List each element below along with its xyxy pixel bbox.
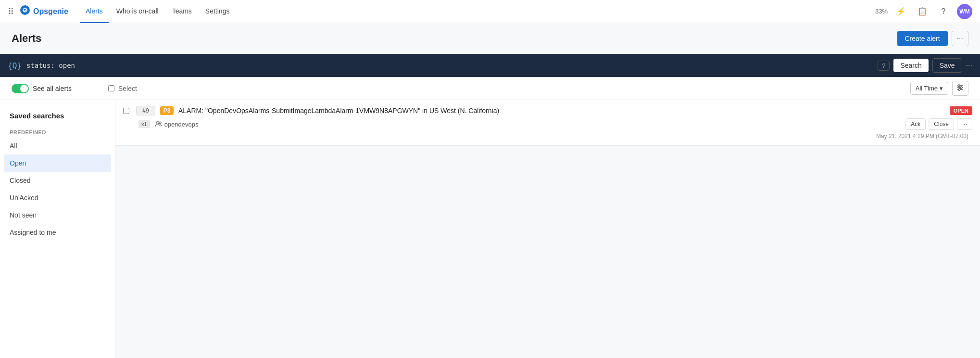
nav-item-settings[interactable]: Settings (200, 0, 236, 23)
logo[interactable]: Opsgenie (20, 5, 68, 18)
select-label: Select (118, 85, 137, 92)
priority-badge: P3 (160, 106, 174, 115)
alert-checkbox[interactable] (123, 108, 129, 114)
alert-list: #9 P3 ALARM: "OpenDevOpsAlarms-SubmitIma… (115, 100, 980, 358)
logo-text: Opsgenie (33, 7, 68, 16)
nav-item-alerts[interactable]: Alerts (80, 0, 109, 23)
svg-point-7 (958, 89, 960, 90)
alert-team: opendevops (155, 120, 199, 128)
search-more-button[interactable]: ··· (966, 61, 972, 70)
header-more-button[interactable]: ··· (952, 31, 968, 46)
filter-icon (956, 84, 964, 91)
page-title: Alerts (12, 32, 41, 45)
team-name: opendevops (164, 121, 199, 128)
avatar[interactable]: WM (957, 4, 972, 19)
select-checkbox[interactable] (108, 85, 114, 91)
search-input[interactable] (26, 62, 878, 69)
sidebar-item-not-seen[interactable]: Not seen (0, 206, 115, 224)
nav-right: 33% ⚡ 📋 ? WM (875, 4, 972, 19)
create-alert-button[interactable]: Create alert (897, 31, 948, 46)
alert-row-secondary: x1 opendevops Ack Close ··· (123, 118, 972, 130)
header-actions: Create alert ··· (897, 31, 969, 46)
clipboard-icon-btn[interactable]: 📋 (915, 4, 930, 19)
table-row: #9 P3 ALARM: "OpenDevOpsAlarms-SubmitIma… (115, 100, 980, 146)
svg-point-6 (960, 87, 962, 89)
svg-point-0 (20, 5, 30, 15)
lightning-icon-btn[interactable]: ⚡ (893, 4, 909, 19)
svg-point-8 (156, 122, 159, 124)
search-help-button[interactable]: ? (878, 61, 890, 71)
search-button[interactable]: Search (893, 59, 928, 72)
filter-controls: See all alerts Select All Time ▾ (0, 77, 980, 100)
select-group: Select (108, 85, 910, 92)
sidebar-item-all[interactable]: All (0, 137, 115, 154)
content-area: Saved searches PREDEFINED All Open Close… (0, 100, 980, 358)
alert-more-button[interactable]: ··· (957, 118, 972, 130)
sidebar: Saved searches PREDEFINED All Open Close… (0, 100, 115, 358)
save-button[interactable]: Save (932, 58, 962, 73)
nav-items: Alerts Who is on-call Teams Settings (80, 0, 875, 23)
alert-row-main: #9 P3 ALARM: "OpenDevOpsAlarms-SubmitIma… (123, 106, 972, 115)
sidebar-section-title: PREDEFINED (0, 126, 115, 137)
toggle-thumb (20, 85, 28, 92)
query-icon: {Q} (8, 61, 22, 70)
status-badge: OPEN (950, 106, 972, 115)
ack-button[interactable]: Ack (905, 118, 926, 130)
close-button[interactable]: Close (929, 118, 954, 130)
sidebar-item-closed[interactable]: Closed (0, 172, 115, 189)
sidebar-item-assigned-to-me[interactable]: Assigned to me (0, 224, 115, 241)
see-all-toggle-group: See all alerts (12, 84, 72, 93)
filter-settings-button[interactable] (952, 81, 968, 96)
see-all-toggle[interactable] (12, 84, 29, 93)
opsgenie-logo-icon (20, 5, 30, 18)
nav-item-oncall[interactable]: Who is on-call (111, 0, 164, 23)
sidebar-item-unacked[interactable]: Un'Acked (0, 189, 115, 206)
svg-point-5 (958, 85, 960, 87)
help-icon-btn[interactable]: ? (936, 4, 951, 19)
alert-title: ALARM: "OpenDevOpsAlarms-SubmitImageLamb… (178, 107, 945, 115)
main-content: Alerts Create alert ··· {Q} ? Search Sav… (0, 23, 980, 358)
alerts-header: Alerts Create alert ··· (0, 23, 980, 54)
alert-number: #9 (136, 106, 155, 115)
top-nav: ⠿ Opsgenie Alerts Who is on-call Teams S… (0, 0, 980, 23)
alert-time: May 21, 2021 4:29 PM (GMT-07:00) (876, 133, 972, 140)
nav-percent: 33% (875, 8, 888, 15)
see-all-label: See all alerts (33, 85, 72, 92)
alert-count: x1 (138, 120, 150, 128)
alert-actions: Ack Close ··· (905, 118, 972, 130)
sidebar-header: Saved searches (0, 108, 115, 126)
time-filter-dropdown[interactable]: All Time ▾ (910, 82, 948, 95)
grid-icon[interactable]: ⠿ (8, 6, 14, 17)
nav-item-teams[interactable]: Teams (166, 0, 198, 23)
time-filter-label: All Time (916, 85, 938, 92)
svg-point-9 (159, 122, 161, 124)
chevron-down-icon: ▾ (940, 85, 943, 92)
alert-footer: May 21, 2021 4:29 PM (GMT-07:00) (123, 133, 972, 140)
search-bar: {Q} ? Search Save ··· (0, 54, 980, 77)
team-icon (155, 120, 163, 128)
sidebar-item-open[interactable]: Open (4, 154, 111, 172)
